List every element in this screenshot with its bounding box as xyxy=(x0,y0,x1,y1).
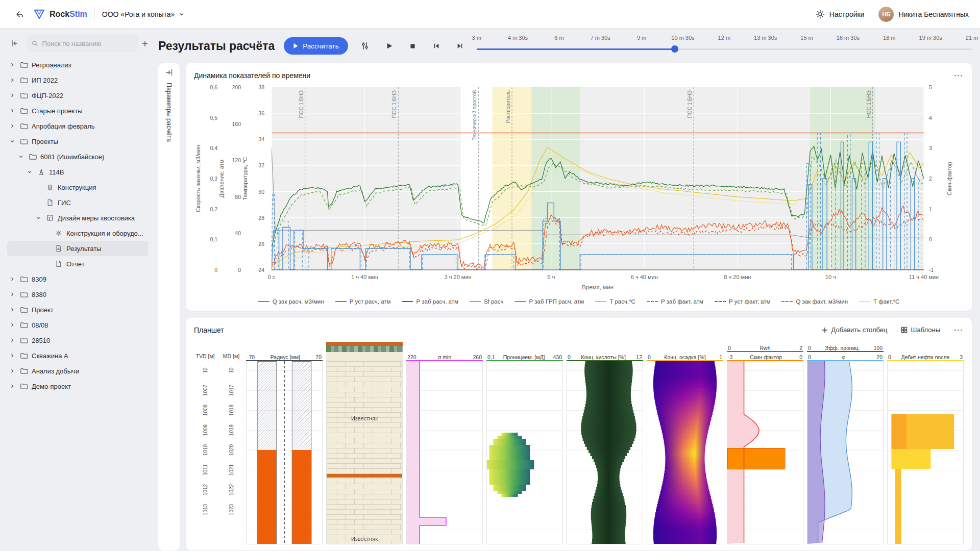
chevron-right-icon[interactable] xyxy=(9,92,16,98)
sidebar-item-4[interactable]: Апробация февраль xyxy=(7,118,148,134)
add-project-button[interactable]: + xyxy=(142,38,148,49)
legend-item[interactable]: Sf расч xyxy=(470,298,503,305)
settings-button[interactable]: Настройки xyxy=(816,10,865,19)
sidebar-item-18[interactable]: 28510 xyxy=(7,333,148,348)
legend-item[interactable]: Q зак факт, м3/мин xyxy=(781,298,848,305)
legend-item[interactable]: Р заб факт, атм xyxy=(647,298,703,305)
sidebar-item-9[interactable]: ГИС xyxy=(7,195,148,210)
sidebar-item-21[interactable]: Демо-проект xyxy=(7,379,148,394)
tablet-more-button[interactable]: ⋯ xyxy=(953,324,964,336)
sidebar-item-2[interactable]: ФЦП-2022 xyxy=(7,88,148,103)
track-header-perm[interactable]: 0,1Проницаем. [мД]430 xyxy=(486,352,563,361)
track-header-radius[interactable]: -70Радиус [мм]70 xyxy=(246,352,323,361)
legend-item[interactable]: Т факт,°С xyxy=(859,298,899,305)
track-header-debit[interactable]: 0Дебит нефти после3 xyxy=(887,352,964,361)
chevron-right-icon[interactable] xyxy=(9,62,16,68)
run-calculation-button[interactable]: Рассчитать xyxy=(284,37,348,55)
back-button[interactable] xyxy=(11,7,27,22)
track-canvas-sigma[interactable] xyxy=(407,361,482,544)
svg-text:36: 36 xyxy=(258,110,264,116)
track-sediment: 0Конц. осадка [%]1 xyxy=(647,341,723,544)
chevron-right-icon[interactable] xyxy=(9,123,16,129)
chevron-down-icon[interactable] xyxy=(18,154,25,160)
time-slider-knob[interactable] xyxy=(671,45,678,53)
depth-label: 1009 xyxy=(203,424,208,436)
chevron-right-icon[interactable] xyxy=(9,77,16,83)
sidebar-item-17[interactable]: 08/08 xyxy=(7,317,148,333)
sidebar-item-0[interactable]: Ретроанализ xyxy=(7,57,148,72)
track-header-skin[interactable]: -3Скин-фактор0 xyxy=(727,352,803,361)
track-canvas-sediment[interactable] xyxy=(647,361,723,544)
user-menu[interactable]: НБ Никита Беспамятных xyxy=(878,7,969,22)
svg-text:5: 5 xyxy=(929,84,932,90)
search-input[interactable] xyxy=(42,40,133,47)
track-header-sediment[interactable]: 0Конц. осадка [%]1 xyxy=(647,352,723,361)
sidebar-item-label: Дизайн меры хвостовика xyxy=(58,214,135,222)
chevron-down-icon[interactable] xyxy=(9,138,16,144)
sidebar-item-10[interactable]: Дизайн меры хвостовика xyxy=(7,210,148,226)
search-box[interactable] xyxy=(27,35,138,52)
chart-more-button[interactable]: ⋯ xyxy=(953,69,964,81)
track-canvas-debit[interactable] xyxy=(888,361,963,544)
time-slider-track[interactable] xyxy=(477,48,972,50)
chevron-right-icon[interactable] xyxy=(9,353,16,359)
track-body-acid xyxy=(567,361,643,544)
sidebar-item-1[interactable]: ИП 2022 xyxy=(7,72,148,88)
depth-label: 1007 xyxy=(203,385,208,396)
sidebar-item-16[interactable]: Проект xyxy=(7,302,148,317)
legend-item[interactable]: Т расч,°С xyxy=(595,298,635,305)
collapse-sidebar-button[interactable] xyxy=(7,36,22,51)
track-header-sigma[interactable]: 220σ min260 xyxy=(406,352,483,361)
chart-settings-button[interactable] xyxy=(357,38,373,54)
sidebar-item-12[interactable]: Результаты xyxy=(7,241,148,256)
sidebar-item-7[interactable]: 114В xyxy=(7,164,148,180)
chevron-right-icon[interactable] xyxy=(9,276,16,282)
skip-end-button[interactable] xyxy=(452,38,468,54)
track-canvas-radius[interactable] xyxy=(247,361,322,544)
sidebar-item-13[interactable]: Отчет xyxy=(7,256,148,271)
chevron-right-icon[interactable] xyxy=(9,291,16,297)
time-label: 3 m xyxy=(472,35,481,41)
sidebar-item-5[interactable]: Проекты xyxy=(7,134,148,149)
chevron-right-icon[interactable] xyxy=(9,307,16,313)
chevron-right-icon[interactable] xyxy=(9,108,16,114)
track-canvas-skin[interactable] xyxy=(727,361,803,544)
legend-item[interactable]: Р заб ГРП расч, атм xyxy=(514,298,584,305)
svg-text:6 ч 40 мин: 6 ч 40 мин xyxy=(631,274,658,280)
track-header-phi[interactable]: 0φ20 xyxy=(807,352,884,361)
legend-item[interactable]: Р заб расч, атм xyxy=(402,298,458,305)
chevron-right-icon[interactable] xyxy=(9,368,16,374)
track-header-skin[interactable]: 0Rwh2 xyxy=(727,343,803,352)
play-button[interactable] xyxy=(382,38,397,54)
calc-params-collapsed-panel[interactable]: Параметры расчёта xyxy=(158,63,180,550)
legend-item[interactable]: Р уст факт, атм xyxy=(715,298,770,305)
legend-item[interactable]: Р уст расч, атм xyxy=(335,298,391,305)
chevron-down-icon[interactable] xyxy=(35,215,42,221)
sidebar-item-19[interactable]: Скважина А xyxy=(7,348,148,363)
track-header-phi[interactable]: 0Эфф. прониц.100 xyxy=(807,343,884,352)
sidebar-item-14[interactable]: 8309 xyxy=(7,271,148,287)
track-canvas-lithology[interactable] xyxy=(327,361,402,544)
skip-start-button[interactable] xyxy=(429,38,444,54)
stop-button[interactable] xyxy=(405,38,421,54)
sidebar-item-3[interactable]: Старые проекты xyxy=(7,103,148,118)
time-series-chart[interactable]: ПОС 1:БНЭПОС 1:БНЭТехнический простойРас… xyxy=(194,83,964,297)
sidebar-item-20[interactable]: Анализ добычи xyxy=(7,363,148,379)
chevron-right-icon[interactable] xyxy=(9,383,16,389)
add-column-button[interactable]: Добавить столбец xyxy=(822,326,888,334)
track-canvas-perm[interactable] xyxy=(487,361,562,544)
legend-item[interactable]: Q зак расч, м3/мин xyxy=(258,298,324,305)
sidebar-item-15[interactable]: 8380 xyxy=(7,287,148,302)
sidebar-item-8[interactable]: Конструкция xyxy=(7,180,148,195)
track-header-acid[interactable]: 0Конц. кислоты [%]12 xyxy=(567,352,643,361)
chevron-right-icon[interactable] xyxy=(9,337,16,343)
track-canvas-phi[interactable] xyxy=(807,361,883,544)
sidebar-item-11[interactable]: Конструкция и оборудо... xyxy=(7,226,148,241)
track-canvas-acid[interactable] xyxy=(567,361,643,544)
templates-button[interactable]: Шаблоны xyxy=(901,326,941,334)
track-title: Конц. осадка [%] xyxy=(664,354,705,360)
sidebar-item-6[interactable]: 6081 (Ишимбайское) xyxy=(7,149,148,164)
chevron-down-icon[interactable] xyxy=(27,169,34,175)
company-selector[interactable]: ООО «Рога и копыта» xyxy=(102,10,185,18)
chevron-right-icon[interactable] xyxy=(9,322,16,328)
